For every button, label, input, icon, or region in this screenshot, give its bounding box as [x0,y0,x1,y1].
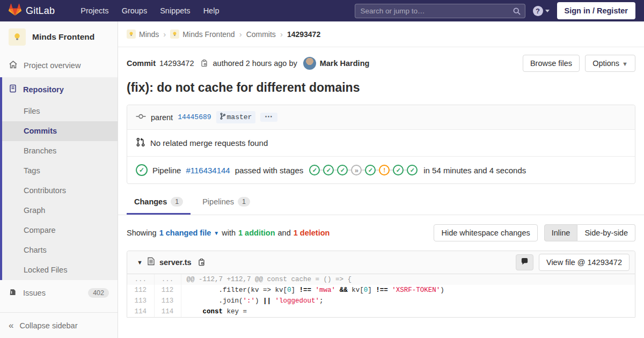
inline-view-button[interactable]: Inline [544,224,578,241]
sidebar-item-branches[interactable]: Branches [2,141,118,161]
parent-label: parent [151,113,173,122]
diff-line: 112112 .filter(kv => kv[0] !== 'mwa' && … [127,285,635,296]
tab-pipelines[interactable]: Pipelines 1 [195,192,258,215]
gitlab-logo[interactable]: GitLab [9,3,55,18]
author-name[interactable]: Mark Harding [320,59,370,68]
browse-files-button[interactable]: Browse files [523,55,580,72]
stage-icon[interactable] [309,165,320,175]
copy-file-path-button[interactable] [196,257,207,268]
diff-code-cell: .filter(kv => kv[0] !== 'mwa' && kv[0] !… [181,285,635,296]
project-context-header[interactable]: Minds Frontend [0,21,118,53]
help-dropdown[interactable]: ? [533,6,550,16]
caret-down-icon: ▼ [214,230,219,236]
pipeline-status-text: passed with stages [235,166,304,175]
sidebar-item-issues[interactable]: Issues 402 [0,280,118,306]
merge-request-icon [136,137,145,149]
sidebar-item-graph[interactable]: Graph [2,201,118,221]
diff-view-toggle: Inline Side-by-side [544,224,635,241]
stage-icon[interactable] [379,165,390,175]
document-icon [9,84,17,94]
top-navbar: GitLab Projects Groups Snippets Help ? S… [0,0,644,21]
stage-icon[interactable] [393,165,404,175]
breadcrumb-commits[interactable]: Commits [246,30,276,39]
caret-down-icon: ▼ [622,61,628,67]
diff-line: ......@@ -112,7 +112,7 @@ const cache = … [127,274,635,285]
branch-badge[interactable]: master [216,111,256,123]
diff-line: 114114 const key = [127,306,635,317]
sidebar-item-charts[interactable]: Charts [2,240,118,260]
pipeline-duration: in 54 minutes and 4 seconds [423,166,526,175]
stage-icon[interactable] [337,165,348,175]
project-name: Minds Frontend [32,32,94,42]
collapse-diff-icon[interactable]: ▼ [137,259,143,266]
sign-in-button[interactable]: Sign in / Register [557,2,635,19]
new-line-number[interactable]: 113 [154,296,181,306]
sidebar-item-project-overview[interactable]: Project overview [0,53,118,77]
commit-sha: 14293472 [159,59,194,68]
additions-count: 1 addition [238,229,275,237]
options-dropdown-button[interactable]: Options▼ [585,55,635,72]
nav-projects[interactable]: Projects [75,3,114,18]
old-line-number[interactable]: 112 [127,285,154,296]
stage-icon[interactable] [351,165,362,175]
commit-info-box: parent 14445689 master ⋯ [127,105,635,184]
merge-request-row: No related merge requests found [127,129,635,156]
toggle-comments-button[interactable] [516,254,533,270]
project-sidebar: Minds Frontend Project overview [0,21,118,338]
file-icon [148,257,155,268]
hide-whitespace-button[interactable]: Hide whitespace changes [434,224,537,241]
nav-help[interactable]: Help [198,3,225,18]
breadcrumb-minds[interactable]: Minds [127,30,159,39]
stage-icon[interactable] [365,165,376,175]
commit-title: (fix): do not cache for different domain… [118,77,644,105]
old-line-number[interactable]: 114 [127,306,154,317]
sidebar-item-tags[interactable]: Tags [2,161,118,181]
parent-row: parent 14445689 master ⋯ [127,105,635,129]
side-by-side-view-button[interactable]: Side-by-side [577,224,635,241]
diff-file-name[interactable]: server.ts [159,258,192,267]
expand-refs-button[interactable]: ⋯ [260,113,277,122]
diff-code-cell: const key = [181,306,635,317]
breadcrumb: Minds › Minds Frontend › Commits › 14293… [118,21,644,47]
sidebar-item-commits[interactable]: Commits [2,121,118,141]
new-line-number: ... [154,274,181,285]
nav-snippets[interactable]: Snippets [155,3,195,18]
stage-icon[interactable] [323,165,334,175]
changed-files-dropdown[interactable]: 1 changed file [159,229,211,237]
new-line-number[interactable]: 114 [154,306,181,317]
help-icon: ? [533,6,543,16]
breadcrumb-separator: › [280,30,283,39]
tab-changes[interactable]: Changes 1 [127,192,191,215]
breadcrumb-commit-sha: 14293472 [287,30,320,39]
sidebar-item-label: Project overview [24,61,80,70]
pipeline-status-icon[interactable] [136,164,148,176]
new-line-number[interactable]: 112 [154,285,181,296]
diff-table: ......@@ -112,7 +112,7 @@ const cache = … [127,274,635,317]
breadcrumb-minds-frontend[interactable]: Minds Frontend [170,30,235,39]
sidebar-item-files[interactable]: Files [2,101,118,121]
author-avatar[interactable] [303,57,316,70]
diff-line: 113113 .join(':') || 'loggedout'; [127,296,635,306]
search-input[interactable] [355,4,525,18]
changes-summary-bar: Showing 1 changed file ▼ with 1 addition… [118,215,644,251]
collapse-sidebar-button[interactable]: « Collapse sidebar [0,312,118,338]
home-icon [9,60,18,71]
pipeline-id-link[interactable]: #116434144 [186,166,230,175]
comment-icon [521,258,529,267]
pipeline-stages [309,165,418,175]
diff-code-cell: @@ -112,7 +112,7 @@ const cache = () => … [181,274,635,285]
stage-icon[interactable] [407,165,418,175]
sidebar-item-contributors[interactable]: Contributors [2,181,118,201]
sidebar-item-repository[interactable]: Repository [2,77,118,101]
copy-sha-button[interactable] [199,58,209,69]
commit-tabs: Changes 1 Pipelines 1 [118,186,644,215]
parent-sha-link[interactable]: 14445689 [178,113,211,121]
sidebar-item-compare[interactable]: Compare [2,221,118,240]
old-line-number[interactable]: 113 [127,296,154,306]
sidebar-item-locked-files[interactable]: Locked Files [2,260,118,280]
changes-count-badge: 1 [171,197,183,207]
diff-file-container: ▼ server.ts [127,251,635,318]
nav-groups[interactable]: Groups [116,3,153,18]
view-file-button[interactable]: View file @ 14293472 [539,254,630,271]
search-icon[interactable] [513,7,521,18]
